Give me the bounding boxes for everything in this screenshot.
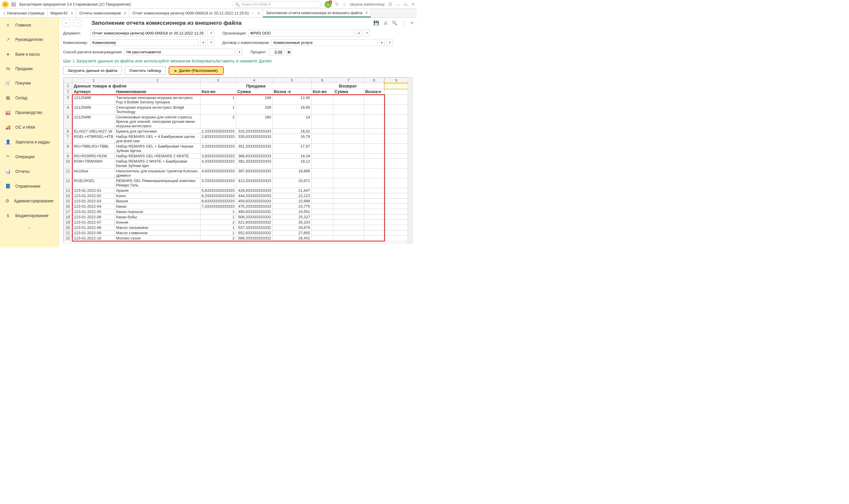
cell-articul[interactable]: 123-01-2022-03 — [72, 199, 115, 204]
tab-star-icon[interactable]: ☆ — [251, 11, 255, 15]
corner-cell[interactable] — [64, 78, 72, 83]
cell-rqty[interactable] — [311, 178, 333, 188]
cell-qty[interactable]: 1 — [200, 230, 236, 236]
cell-name[interactable]: Какао-порошок — [115, 209, 200, 214]
calculator-icon[interactable]: ▦ — [286, 48, 292, 55]
save-icon[interactable]: 💾 — [374, 20, 379, 25]
col-header[interactable]: 8 — [364, 78, 384, 83]
cell-sum[interactable]: 521,833333333332 — [236, 220, 272, 225]
open-document-button[interactable]: ↗ — [208, 30, 214, 37]
cell[interactable] — [384, 89, 408, 95]
cell-rvoz[interactable] — [364, 114, 384, 129]
next-recognize-button[interactable]: ▶ Далее (Распознание) — [169, 66, 224, 75]
cell-rsum[interactable] — [333, 209, 364, 214]
cell-qty[interactable]: 1 — [200, 105, 236, 114]
cell-sum[interactable]: 475,333333333333 — [236, 204, 272, 209]
cell-voz[interactable]: 26,103 — [272, 220, 311, 225]
cell-sum[interactable]: 537,333333333332 — [236, 225, 272, 230]
cell-voz[interactable]: 19,895 — [272, 168, 311, 178]
sidebar-item[interactable]: 📘Справочники — [0, 179, 59, 194]
sidebar-item[interactable]: 🚚ОС и НМА — [0, 120, 59, 134]
cell-sum[interactable]: 249 — [236, 95, 272, 105]
maximize-icon[interactable]: ▭ — [403, 2, 408, 7]
cell-rqty[interactable] — [311, 95, 333, 105]
cell-rvoz[interactable] — [364, 178, 384, 188]
sidebar-more[interactable]: ⌄ — [0, 223, 59, 231]
col-header[interactable]: 7 — [333, 78, 364, 83]
tab[interactable]: Отчет комиссионера (агента) 0000-000018 … — [129, 9, 263, 17]
cell-voz[interactable]: 22,223 — [272, 193, 311, 199]
row-header[interactable]: 22 — [64, 236, 72, 241]
cell-articul[interactable]: RG+R2WRG+R2W — [72, 154, 115, 159]
row-header[interactable]: 13 — [64, 188, 72, 193]
cell-voz[interactable]: 16,95 — [272, 105, 311, 114]
cell-rsum[interactable] — [333, 105, 364, 114]
cell-rqty[interactable] — [311, 209, 333, 214]
cell-rvoz[interactable] — [364, 168, 384, 178]
col-header[interactable]: 5 — [272, 78, 311, 83]
cell-name[interactable]: REMARS GEL Реминерализующий комплекс Рем… — [115, 178, 200, 188]
cell-rsum[interactable] — [333, 178, 364, 188]
cell-qty[interactable]: 3,83333333333333 — [200, 154, 236, 159]
cell-rsum[interactable] — [333, 168, 364, 178]
row-header[interactable]: 1 — [64, 83, 72, 89]
cell-rsum[interactable] — [333, 159, 364, 168]
cell-rsum[interactable] — [333, 220, 364, 225]
cell-name[interactable]: Набор REMARS GEL + Бамбуковая Черная Зуб… — [115, 144, 200, 154]
cell[interactable] — [384, 225, 408, 230]
cell[interactable] — [384, 220, 408, 225]
cell-name[interactable]: Вишня — [115, 199, 200, 204]
sidebar-item[interactable]: ᴬʸОперации — [0, 149, 59, 164]
close-window-icon[interactable]: ✕ — [411, 2, 415, 7]
cell-voz[interactable]: 25,327 — [272, 214, 311, 220]
cell-qty[interactable]: 1 — [200, 209, 236, 214]
cell-rvoz[interactable] — [364, 225, 384, 230]
row-header[interactable]: 15 — [64, 199, 72, 204]
cell[interactable] — [384, 214, 408, 220]
cell-articul[interactable]: kts1blue — [72, 168, 115, 178]
cell-voz[interactable]: 22,999 — [272, 199, 311, 204]
cell[interactable] — [384, 105, 408, 114]
cell[interactable] — [384, 154, 408, 159]
cell-rqty[interactable] — [311, 193, 333, 199]
cell-qty[interactable]: 4,83333333333333 — [200, 168, 236, 178]
cell-voz[interactable]: 21,447 — [272, 188, 311, 193]
cell-sum[interactable]: 552,833333333332 — [236, 230, 272, 236]
cell-qty[interactable]: 6,33333333333333 — [200, 193, 236, 199]
cell[interactable] — [384, 129, 408, 134]
cell-name[interactable]: Наполнитель для кошачьих туалетов Kotosa… — [115, 168, 200, 178]
row-header[interactable]: 16 — [64, 204, 72, 209]
cell-voz[interactable]: 23,775 — [272, 204, 311, 209]
cell-sum[interactable]: 366,833333333333 — [236, 154, 272, 159]
cell-sum[interactable]: 444,333333333333 — [236, 193, 272, 199]
cell[interactable] — [384, 178, 408, 188]
cell-voz[interactable]: 19,12 — [272, 159, 311, 168]
row-header[interactable]: 10 — [64, 159, 72, 168]
cell-name[interactable]: Набор REMARS GEL+REMARS 2 WHITE — [115, 154, 200, 159]
cell-rqty[interactable] — [311, 105, 333, 114]
row-header[interactable]: 21 — [64, 230, 72, 236]
row-header[interactable]: 11 — [64, 168, 72, 178]
cell-qty[interactable]: 2,33333333333333 — [200, 129, 236, 134]
cell-name[interactable]: Кокос — [115, 193, 200, 199]
cell-articul[interactable]: 123-01-2022-08 — [72, 225, 115, 230]
cell-qty[interactable]: 1 — [200, 95, 236, 105]
menu-icon[interactable] — [11, 3, 16, 6]
cell-rqty[interactable] — [311, 114, 333, 129]
cell-rqty[interactable] — [311, 168, 333, 178]
cell-articul[interactable]: 123-01-2022-02 — [72, 193, 115, 199]
sidebar-item[interactable]: ●Банк и касса — [0, 47, 59, 61]
cell-articul[interactable]: 123-01-2022-09 — [72, 230, 115, 236]
cell-rsum[interactable] — [333, 114, 364, 129]
open-dog-button[interactable]: ↗ — [386, 39, 393, 46]
close-panel-icon[interactable]: ✕ — [410, 20, 414, 25]
cell-sum[interactable]: 351,333333333333 — [236, 144, 272, 154]
input-dog[interactable] — [272, 39, 378, 46]
cell-name[interactable]: Молоко сухое — [115, 236, 200, 241]
cell-sum[interactable]: 428,833333333333 — [236, 188, 272, 193]
nav-forward-button[interactable]: → — [73, 19, 82, 27]
cell-rvoz[interactable] — [364, 204, 384, 209]
open-org-button[interactable]: ↗ — [363, 30, 370, 37]
cell-rqty[interactable] — [311, 159, 333, 168]
col-header[interactable]: 1 — [72, 78, 115, 83]
